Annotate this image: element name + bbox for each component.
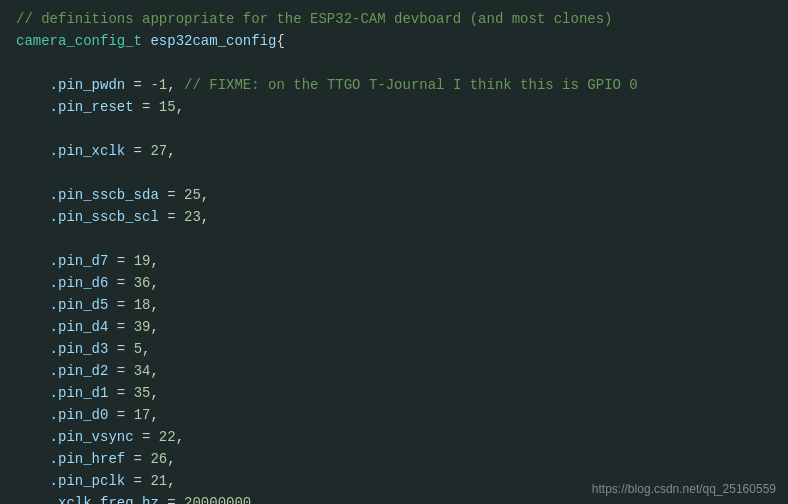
code-token: 27	[150, 143, 167, 159]
code-token: =	[159, 209, 184, 225]
code-token: .pin_sscb_scl	[16, 209, 159, 225]
code-token: .pin_d3	[16, 341, 108, 357]
code-token: ,	[176, 99, 184, 115]
code-token: =	[159, 187, 184, 203]
code-token: 26	[150, 451, 167, 467]
code-token: =	[108, 341, 133, 357]
code-token: ,	[150, 363, 158, 379]
code-token: ,	[176, 429, 184, 445]
code-line: .pin_d6 = 36,	[16, 272, 772, 294]
code-token: 36	[134, 275, 151, 291]
code-token: .pin_d7	[16, 253, 108, 269]
code-line	[16, 118, 772, 140]
code-line: .pin_d4 = 39,	[16, 316, 772, 338]
code-token: 18	[134, 297, 151, 313]
code-token: ,	[201, 209, 209, 225]
code-line: .pin_d7 = 19,	[16, 250, 772, 272]
code-token: 23	[184, 209, 201, 225]
code-token: =	[125, 143, 150, 159]
code-token: {	[276, 33, 284, 49]
code-token: .pin_href	[16, 451, 125, 467]
code-token: 19	[134, 253, 151, 269]
code-token: =	[108, 253, 133, 269]
code-token: ,	[201, 187, 209, 203]
code-token: =	[108, 363, 133, 379]
code-token: ,	[167, 473, 175, 489]
code-line: .pin_d0 = 17,	[16, 404, 772, 426]
code-line: .pin_pwdn = -1, // FIXME: on the TTGO T-…	[16, 74, 772, 96]
code-token: =	[134, 99, 159, 115]
code-token: .pin_vsync	[16, 429, 134, 445]
code-token: ,	[142, 341, 150, 357]
code-token: 21	[150, 473, 167, 489]
code-token: .pin_d6	[16, 275, 108, 291]
code-token: .xclk_freq_hz	[16, 495, 159, 504]
code-line: .pin_vsync = 22,	[16, 426, 772, 448]
code-token: ,	[150, 275, 158, 291]
code-token: ,	[150, 319, 158, 335]
code-token: 17	[134, 407, 151, 423]
code-line: .pin_reset = 15,	[16, 96, 772, 118]
code-token: 15	[159, 99, 176, 115]
code-line: .pin_sscb_sda = 25,	[16, 184, 772, 206]
code-token: .pin_d0	[16, 407, 108, 423]
code-line: .pin_href = 26,	[16, 448, 772, 470]
code-token: -1	[150, 77, 167, 93]
code-token: =	[125, 451, 150, 467]
code-token: ,	[167, 143, 175, 159]
code-token: esp32cam_config	[142, 33, 276, 49]
code-editor: // definitions appropriate for the ESP32…	[0, 0, 788, 504]
code-token: ,	[150, 297, 158, 313]
code-token: =	[108, 297, 133, 313]
code-line	[16, 228, 772, 250]
code-token: =	[134, 429, 159, 445]
code-line: .pin_d2 = 34,	[16, 360, 772, 382]
code-token: =	[108, 275, 133, 291]
code-token: =	[125, 473, 150, 489]
code-token: 20000000	[184, 495, 251, 504]
code-token: .pin_pwdn	[16, 77, 125, 93]
code-token: .pin_d2	[16, 363, 108, 379]
code-token: ,	[150, 385, 158, 401]
code-content: // definitions appropriate for the ESP32…	[16, 8, 772, 504]
code-token: =	[159, 495, 184, 504]
code-line	[16, 162, 772, 184]
code-token: =	[125, 77, 150, 93]
code-token: ,	[167, 77, 184, 93]
code-line: .pin_d1 = 35,	[16, 382, 772, 404]
watermark-text: https://blog.csdn.net/qq_25160559	[592, 482, 776, 496]
code-token: ,	[251, 495, 259, 504]
code-token: =	[108, 407, 133, 423]
code-token: .pin_d4	[16, 319, 108, 335]
code-line: // definitions appropriate for the ESP32…	[16, 8, 772, 30]
code-token: .pin_reset	[16, 99, 134, 115]
code-token: =	[108, 319, 133, 335]
code-token: .pin_sscb_sda	[16, 187, 159, 203]
code-line	[16, 52, 772, 74]
code-line: .pin_xclk = 27,	[16, 140, 772, 162]
code-token: // FIXME: on the TTGO T-Journal I think …	[184, 77, 638, 93]
code-token: ,	[150, 407, 158, 423]
code-token: 35	[134, 385, 151, 401]
code-token: 5	[134, 341, 142, 357]
code-token: =	[108, 385, 133, 401]
code-line: .pin_d5 = 18,	[16, 294, 772, 316]
code-token: ,	[167, 451, 175, 467]
code-token: .pin_d1	[16, 385, 108, 401]
code-token: 25	[184, 187, 201, 203]
code-token: .pin_d5	[16, 297, 108, 313]
code-line: .pin_sscb_scl = 23,	[16, 206, 772, 228]
code-token: ,	[150, 253, 158, 269]
code-token: // definitions appropriate for the ESP32…	[16, 11, 613, 27]
code-token: 34	[134, 363, 151, 379]
code-token: .pin_pclk	[16, 473, 125, 489]
code-line: camera_config_t esp32cam_config{	[16, 30, 772, 52]
code-line: .pin_d3 = 5,	[16, 338, 772, 360]
code-token: camera_config_t	[16, 33, 142, 49]
code-token: 39	[134, 319, 151, 335]
code-token: 22	[159, 429, 176, 445]
code-token: .pin_xclk	[16, 143, 125, 159]
